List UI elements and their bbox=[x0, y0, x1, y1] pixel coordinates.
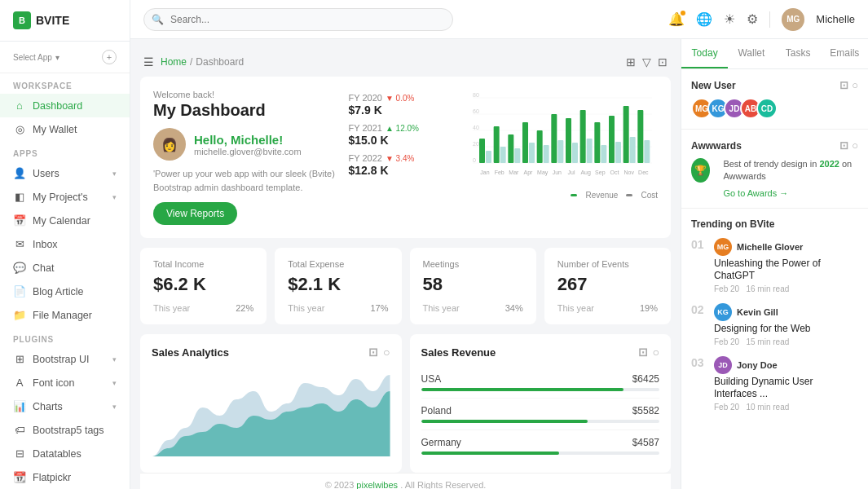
trending-item-1: 01 MG Michelle Glover Unleashing the Pow… bbox=[691, 238, 858, 293]
post-title[interactable]: Building Dynamic User Interfaces ... bbox=[714, 376, 858, 401]
more-icon[interactable]: ○ bbox=[383, 346, 390, 359]
sidebar-item-font-icon[interactable]: A Font icon ▾ bbox=[0, 371, 130, 394]
stat-value: $6.2 K bbox=[153, 274, 253, 295]
sidebar-item-flatpickr[interactable]: 📆 Flatpickr bbox=[0, 465, 130, 489]
stat-footer: This year 34% bbox=[423, 303, 523, 313]
sidebar-item-datatables[interactable]: ⊟ Datatables bbox=[0, 442, 130, 465]
trending-item-2: 02 KG Kevin Gill Designing for the Web F… bbox=[691, 303, 858, 346]
sidebar-item-label: Charts bbox=[33, 401, 63, 412]
revenue-actions[interactable]: ⊡ ○ bbox=[638, 346, 659, 359]
sidebar-item-wallet[interactable]: ◎ My Wallet bbox=[0, 117, 130, 141]
sidebar-item-files[interactable]: 📁 File Manager bbox=[0, 303, 130, 327]
welcome-left: Welcome back! My Dashboard 👩 Hello, Mich… bbox=[153, 90, 339, 225]
svg-text:20: 20 bbox=[473, 141, 479, 147]
expand-icon[interactable]: ⊡ bbox=[638, 346, 648, 359]
stat-total-expense: Total Expense $2.1 K This year 17% bbox=[275, 248, 401, 324]
awwwards-year: 2022 bbox=[819, 159, 839, 169]
sidebar-item-chat[interactable]: 💬 Chat bbox=[0, 256, 130, 280]
breadcrumb-actions: ⊞ ▽ ⊡ bbox=[626, 55, 668, 68]
app-name: BVITE bbox=[36, 14, 69, 27]
svg-rect-32 bbox=[609, 116, 615, 163]
blog-icon: 📄 bbox=[13, 285, 26, 297]
layout-icon[interactable]: ⊡ bbox=[658, 55, 668, 68]
revenue-bar-chart: JanFebMarAprMayJunJulAugSepOctNovDec0204… bbox=[473, 90, 652, 187]
sidebar-toggle-icon[interactable]: ☰ bbox=[143, 55, 154, 68]
analytics-actions[interactable]: ⊡ ○ bbox=[368, 346, 390, 359]
stat-total-income: Total Income $6.2 K This year 22% bbox=[140, 248, 267, 324]
add-workspace-button[interactable]: + bbox=[102, 50, 117, 64]
sidebar-item-dashboard[interactable]: ⌂ Dashboard bbox=[0, 94, 130, 117]
sidebar-item-calendar[interactable]: 📅 My Calendar bbox=[0, 209, 130, 232]
user-name: Michelle bbox=[816, 13, 855, 25]
sidebar-item-bs5tags[interactable]: 🏷 Bootstrap5 tags bbox=[0, 418, 130, 442]
trending-author: MG Michelle Glover bbox=[714, 238, 858, 256]
svg-rect-26 bbox=[579, 110, 585, 163]
section-actions[interactable]: ⊡ ○ bbox=[839, 139, 858, 152]
revenue-poland: Poland $5582 bbox=[421, 399, 660, 430]
sidebar-item-charts[interactable]: 📊 Charts ▾ bbox=[0, 394, 130, 418]
stat-value: 58 bbox=[423, 274, 523, 295]
svg-rect-17 bbox=[536, 130, 542, 163]
post-title[interactable]: Unleashing the Power of ChatGPT bbox=[714, 258, 858, 283]
revenue-list: USA $6425 Poland $5582 bbox=[421, 367, 660, 461]
awwwards-desc: Best of trendy design in 2022 on Awwward… bbox=[723, 158, 858, 183]
progress-fill bbox=[421, 452, 560, 455]
sidebar-item-myprojects[interactable]: ◧ My Project's ▾ bbox=[0, 185, 130, 209]
stat-year: This year bbox=[153, 303, 190, 313]
divider bbox=[769, 11, 770, 28]
stat-pct: 19% bbox=[640, 303, 658, 313]
fy-change: ▼ 3.4% bbox=[386, 154, 414, 163]
bar-chart-area: JanFebMarAprMayJunJulAugSepOctNovDec0204… bbox=[473, 90, 659, 225]
globe-icon[interactable]: 🌐 bbox=[696, 11, 712, 27]
svg-text:May: May bbox=[537, 170, 549, 176]
svg-text:80: 80 bbox=[473, 92, 479, 98]
close-icon[interactable]: ○ bbox=[852, 79, 858, 91]
tab-today[interactable]: Today bbox=[681, 39, 728, 68]
add-widget-icon[interactable]: ⊞ bbox=[626, 55, 636, 68]
tab-tasks[interactable]: Tasks bbox=[775, 39, 822, 68]
tab-wallet[interactable]: Wallet bbox=[728, 39, 774, 68]
sidebar-item-users[interactable]: 👤 Users ▾ bbox=[0, 161, 130, 185]
more-icon[interactable]: ○ bbox=[653, 346, 659, 359]
expand-icon[interactable]: ⊡ bbox=[839, 139, 848, 152]
notification-icon[interactable]: 🔔 bbox=[668, 11, 685, 27]
tab-emails[interactable]: Emails bbox=[822, 39, 868, 68]
footer: © 2023 pixelwibes . All Rights Reserved. bbox=[140, 473, 671, 489]
svg-rect-38 bbox=[637, 110, 643, 163]
awwwards-link[interactable]: Go to Awards → bbox=[723, 188, 858, 198]
trending-title: Trending on BVite bbox=[691, 218, 858, 230]
select-app-button[interactable]: Select App ▾ + bbox=[0, 42, 130, 73]
trending-num: 02 bbox=[691, 303, 707, 346]
footer-brand-link[interactable]: pixelwibes bbox=[356, 480, 398, 489]
sidebar-item-bootstrap-ui[interactable]: ⊞ Bootstrap UI ▾ bbox=[0, 347, 130, 371]
section-actions[interactable]: ⊡ ○ bbox=[839, 79, 858, 91]
post-title[interactable]: Designing for the Web bbox=[714, 323, 858, 336]
author-name: Michelle Glover bbox=[737, 242, 803, 252]
trending-avatar: MG bbox=[714, 238, 732, 256]
settings-icon[interactable]: ⚙ bbox=[747, 11, 758, 27]
breadcrumb-home[interactable]: Home bbox=[161, 56, 187, 68]
svg-rect-21 bbox=[557, 140, 563, 163]
country-amount: $4587 bbox=[632, 437, 659, 448]
fy-stats: FY 2020 ▼ 0.0% $7.9 K FY 2021 ▲ 12.0% $1… bbox=[349, 90, 463, 225]
close-icon[interactable]: ○ bbox=[852, 139, 858, 152]
view-reports-button[interactable]: View Reports bbox=[153, 202, 237, 225]
post-meta: Feb 20 10 min read bbox=[714, 403, 858, 412]
sidebar-item-label: Dashboard bbox=[33, 100, 82, 112]
expand-icon[interactable]: ⊡ bbox=[839, 79, 848, 91]
sidebar-item-inbox[interactable]: ✉ Inbox bbox=[0, 232, 130, 256]
theme-icon[interactable]: ☀ bbox=[724, 11, 735, 27]
stat-pct: 22% bbox=[236, 303, 253, 313]
expand-icon[interactable]: ⊡ bbox=[368, 346, 378, 359]
analytics-title: Sales Analytics ⊡ ○ bbox=[152, 346, 390, 359]
search-input[interactable] bbox=[143, 8, 453, 31]
filter-icon[interactable]: ▽ bbox=[642, 55, 651, 68]
greeting: Hello, Michelle! bbox=[194, 133, 302, 147]
stat-label: Total Expense bbox=[288, 259, 388, 269]
svg-rect-35 bbox=[623, 106, 628, 163]
sidebar-item-blog[interactable]: 📄 Blog Article bbox=[0, 280, 130, 303]
new-user-title: New User ⊡ ○ bbox=[691, 79, 858, 91]
progress-fill bbox=[421, 420, 588, 423]
bottom-row: Sales Analytics ⊡ ○ Sales Revenue bbox=[140, 334, 671, 473]
chevron-icon: ▾ bbox=[112, 170, 117, 178]
